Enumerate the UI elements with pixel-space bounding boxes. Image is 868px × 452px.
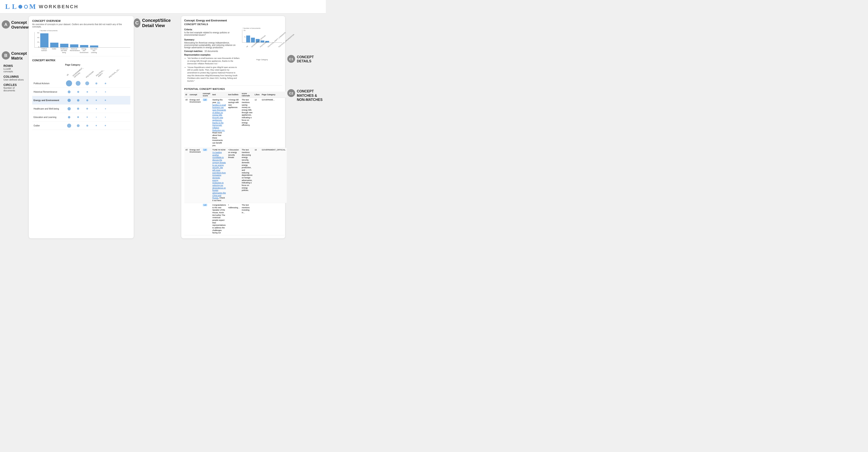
mini-bar-gov [251, 38, 255, 42]
table-row: 1.0 Congratulations to the new Speaker o… [184, 203, 287, 235]
criteria-block: Criteria: Is the text example related to… [184, 27, 240, 36]
left-side-labels: A ConceptOverview B ConceptMatrix ROWS L… [2, 16, 29, 238]
criteria-label: Criteria: [184, 28, 192, 31]
row-label-healthcare: Healthcare and Well-being [32, 107, 65, 111]
score-badge-3: 1.0 [203, 204, 207, 206]
row-cells-historical [65, 88, 110, 96]
y-tick-40: 40– [35, 37, 40, 38]
matrix-row-political[interactable]: Political Activism [32, 79, 130, 88]
bar-political-activism [40, 33, 49, 48]
row-label-historical: Historical Remembrance [32, 90, 65, 94]
logo-circle-filled [19, 5, 22, 9]
matrix-col-group-header: Page Category [65, 64, 130, 66]
c-annotation-area: C Concept/Slice Detail View [134, 16, 181, 238]
annotation-c-circle: C [134, 19, 141, 28]
col-party: POLITICAL_PARTY [95, 70, 104, 78]
right-annotations-panel: C1 CONCEPT DETAILS C2 CONCEPT MATCHES & … [285, 16, 324, 238]
matrix-row-education[interactable]: Education and Learning [32, 113, 130, 121]
annotation-a-block: A ConceptOverview [2, 20, 29, 30]
matches-value: 10 documents [205, 50, 218, 52]
examples-label: Representative examples: [184, 54, 240, 56]
row-label-education: Education and Learning [32, 115, 65, 119]
th-likes: Likes [254, 92, 261, 98]
mini-chart-xlabel-group: Page Category [242, 59, 282, 61]
detail-panel: Concept: Energy and Environment CONCEPT … [181, 16, 285, 238]
mini-chart-ylabel: ↑ Number of documents [242, 27, 282, 29]
annotation-c2-text: CONCEPT MATCHES & NON-MATCHES [297, 89, 322, 102]
matches-label: Concept matches: [184, 50, 203, 52]
circles-label: CIRCLES Number of documents [3, 83, 29, 92]
xlabel-energy: EnergyandEnvironment [80, 48, 88, 54]
mini-xlabel-gov: GOVERNMENT_OFFICIAL [251, 44, 258, 52]
td-id-1: All [184, 98, 189, 148]
main-body: A ConceptOverview B ConceptMatrix ROWS L… [0, 13, 326, 241]
td-text-2: TUNE IN NOW I'm leading another roundtab… [211, 148, 227, 203]
example-2: "House Republicans voted to give #BigOil… [187, 66, 240, 83]
th-bullets: text bullets [227, 92, 241, 98]
annotation-c1-text: CONCEPT DETAILS [297, 55, 314, 63]
xlabel-outlier: Outlier [50, 48, 58, 54]
td-concept-3 [189, 203, 202, 235]
col-all: All [64, 72, 71, 78]
y-tick-0: 0– [35, 46, 40, 48]
td-score-1: 1.0 [202, 98, 211, 148]
bar-chart-wrapper: ↑ Number of documents 60– 40– 20– 0– [34, 30, 130, 54]
row-label-outlier: Outlier [32, 124, 65, 128]
xlabel-historical: HistoricalRemembrance [70, 48, 78, 54]
matrix-row-outlier[interactable]: Outlier [32, 121, 130, 130]
td-likes-3 [254, 203, 261, 235]
matches-section: POTENTIAL CONCEPT MATCHES id concept con… [184, 88, 282, 235]
col-gov: GOVERNMENT_OFFICIAL [72, 70, 81, 78]
td-concept-1: Energy andEnvironment [189, 98, 202, 148]
summary-block: Summary: Advocating for American energy … [184, 37, 240, 49]
row-cells-outlier [65, 121, 110, 130]
criteria-value: Is the text example related to energy po… [184, 31, 240, 36]
detail-concept-title: Concept: Energy and Environment [184, 19, 282, 22]
workbench-label: WORKBENCH [39, 4, 79, 9]
td-score-3: 1.0 [202, 203, 211, 235]
td-pagecat-1: GOVERNME... [261, 98, 287, 148]
mini-bar-all [246, 35, 250, 42]
matches-count: Concept matches: 10 documents [184, 50, 240, 52]
th-score: conceptscore [202, 92, 211, 98]
annotation-b-text: ConceptMatrix [11, 51, 27, 61]
td-text-3: Congratulations to the new Speaker of th… [211, 203, 227, 235]
y-tick-20: 20– [35, 41, 40, 43]
xlabel-education: EducationandLearning [90, 48, 98, 54]
matrix-column-labels: All GOVERNMENT_OFFICIAL POLITICIAN POLIT… [65, 66, 130, 78]
th-id: id [184, 92, 189, 98]
mini-chart: ↑ Number of documents 10– 5– [242, 27, 282, 83]
logo-m: M [29, 3, 36, 10]
annotation-a-text: ConceptOverview [11, 20, 29, 30]
xlabel-healthcare: Healthcareand Well-being [60, 48, 68, 54]
td-likes-2: 16 [254, 148, 261, 203]
matrix-row-healthcare[interactable]: Healthcare and Well-being [32, 104, 130, 113]
td-text-1: Starting this year, WA families & small … [211, 98, 227, 148]
bar-education [90, 46, 98, 48]
td-rationale-3: The text mentions investing in... [241, 203, 254, 235]
summary-label: Summary: [184, 38, 195, 41]
td-concept-2: Energy andEnvironment [189, 148, 202, 203]
annotation-c2-circle: C2 [287, 89, 295, 97]
y-tick-60: 60– [35, 32, 40, 34]
y-axis-label: ↑ Number of documents [39, 30, 130, 32]
col-ca: POLITICAL_CA... [108, 72, 116, 78]
th-rationale: score rationale [241, 92, 254, 98]
matches-title: POTENTIAL CONCEPT MATCHES [184, 88, 282, 90]
td-bullets-1: • Energy bill savings with new appliance… [227, 98, 241, 148]
matrix-row-historical[interactable]: Historical Remembrance [32, 88, 130, 96]
bar-healthcare [60, 44, 68, 48]
examples-block: Representative examples: "WA families & … [184, 54, 240, 82]
td-bullets-2: • Discussion on energy security threats [227, 148, 241, 203]
score-badge-2: 1.0 [203, 149, 207, 151]
annotation-c-title: Concept/Slice Detail View [142, 18, 181, 28]
mini-xlabel-party: POLITICAL_PARTY_CANDIDATE [268, 44, 275, 52]
td-rationale-1: The text mentions saving money on energy… [241, 98, 254, 148]
header-bar: L L M WORKBENCH [0, 0, 326, 13]
annotation-b-block: B ConceptMatrix [2, 51, 29, 61]
summary-value: Advocating for American energy independe… [184, 41, 240, 49]
matches-table: id concept conceptscore text text bullet… [184, 92, 287, 235]
matrix-row-energy[interactable]: Energy and Environment [32, 96, 130, 104]
table-row: All Energy andEnvironment 1.0 Starting t… [184, 98, 287, 148]
th-concept: concept [189, 92, 202, 98]
